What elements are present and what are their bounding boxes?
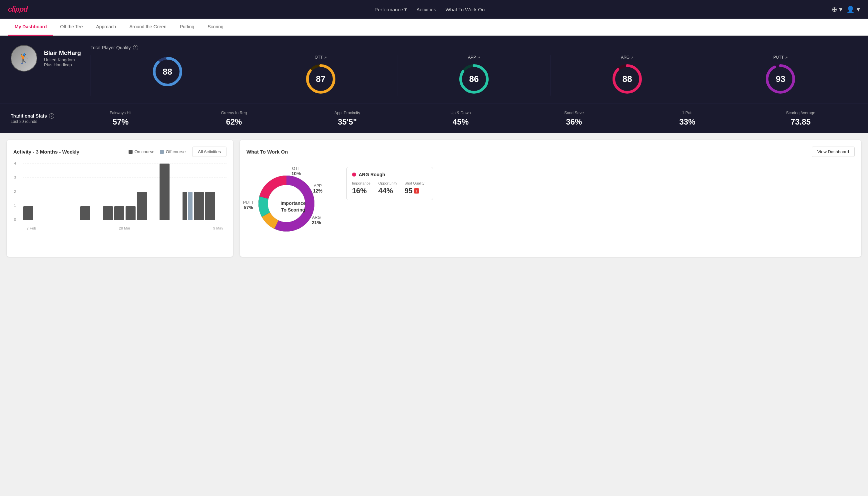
bar-group-16 <box>205 192 215 220</box>
trad-stats-label: Traditional Stats ? Last 20 rounds <box>11 113 64 124</box>
stat-fairways-hit-label: Fairways Hit <box>64 111 177 115</box>
tab-bar: My Dashboard Off the Tee Approach Around… <box>0 19 868 36</box>
tab-putting[interactable]: Putting <box>173 19 201 36</box>
stat-greens-in-reg-label: Greens In Reg <box>177 111 290 115</box>
gauge-circle-total: 88 <box>151 55 184 88</box>
player-info: 🏌️ Blair McHarg United Kingdom Plus Hand… <box>11 45 91 72</box>
stat-app-proximity-value: 35'5" <box>291 117 404 127</box>
help-icon[interactable]: ? <box>133 45 138 50</box>
trad-stats-title: Traditional Stats ? <box>11 113 64 119</box>
trad-stats-help-icon[interactable]: ? <box>49 113 54 119</box>
stat-scoring-average-label: Scoring Average <box>744 111 857 115</box>
gauge-circle-arg: 88 <box>611 62 644 96</box>
info-card-stats: Importance 16% Opportunity 44% Shot Qual… <box>352 181 427 195</box>
stat-one-putt-label: 1 Putt <box>631 111 744 115</box>
bar-group-10 <box>137 192 147 220</box>
gauge-total: 88 <box>91 55 244 96</box>
add-button[interactable]: ⊕ ▾ <box>832 5 843 13</box>
player-country: United Kingdom <box>44 57 81 62</box>
activity-header-right: On course Off course All Activities <box>129 146 226 157</box>
avatar: 🏌️ <box>11 45 37 72</box>
gauge-arg: ARG ↗ 88 <box>551 55 704 96</box>
top-navigation: clippd Performance ▾ Activities What To … <box>0 0 868 19</box>
stat-scoring-average-value: 73.85 <box>744 117 857 127</box>
score-ott: 87 <box>316 74 326 84</box>
shot-quality-label: Shot Quality <box>404 181 427 185</box>
bar-group-8 <box>114 206 124 220</box>
importance-value: 16% <box>352 187 375 195</box>
opportunity-stat: Opportunity 44% <box>378 181 401 195</box>
arg-arrow-icon: ↗ <box>631 56 633 59</box>
stat-fairways-hit: Fairways Hit 57% <box>64 111 177 127</box>
legend-off-course: Off course <box>160 149 186 154</box>
tab-off-the-tee[interactable]: Off the Tee <box>53 19 89 36</box>
bar-offcourse-14 <box>188 192 192 220</box>
nav-performance[interactable]: Performance ▾ <box>374 6 407 12</box>
ott-arrow-icon: ↗ <box>324 56 327 59</box>
bar-oncourse-9 <box>126 206 136 220</box>
importance-label: Importance <box>352 181 375 185</box>
gauge-circle-ott: 87 <box>304 62 337 96</box>
all-activities-button[interactable]: All Activities <box>192 146 226 157</box>
shot-quality-value: 95 ↓ <box>404 187 427 195</box>
importance-stat: Importance 16% <box>352 181 375 195</box>
scores-area: Total Player Quality ? 88 <box>91 45 857 96</box>
putt-arrow-icon: ↗ <box>785 56 788 59</box>
donut-label-app: APP 12% <box>313 184 322 193</box>
stat-up-and-down: Up & Down 45% <box>404 111 517 127</box>
nav-activities[interactable]: Activities <box>416 7 436 12</box>
wtwon-content: Importance To Scoring OTT 10% APP 12% AR… <box>247 164 855 250</box>
activity-chart: 4 3 2 1 0 7 Feb 28 Mar 9 May <box>13 164 226 230</box>
bar-oncourse-8 <box>114 206 124 220</box>
tab-my-dashboard[interactable]: My Dashboard <box>8 19 53 36</box>
player-row: 🏌️ Blair McHarg United Kingdom Plus Hand… <box>11 45 857 96</box>
trad-stats-sublabel: Last 20 rounds <box>11 119 64 124</box>
traditional-stats-row: Traditional Stats ? Last 20 rounds Fairw… <box>0 104 868 133</box>
score-app: 86 <box>469 74 479 84</box>
bar-oncourse-10 <box>137 192 147 220</box>
activity-panel-title: Activity - 3 Months - Weekly <box>13 149 79 155</box>
logo: clippd <box>8 5 28 14</box>
stat-app-proximity-label: App. Proximity <box>291 111 404 115</box>
tpq-label: Total Player Quality ? <box>91 45 857 50</box>
donut-label-ott: OTT 10% <box>291 166 301 176</box>
stat-app-proximity: App. Proximity 35'5" <box>291 111 404 127</box>
stat-greens-in-reg: Greens In Reg 62% <box>177 111 290 127</box>
score-putt: 93 <box>776 74 785 84</box>
stat-up-and-down-label: Up & Down <box>404 111 517 115</box>
bar-group-7 <box>103 206 113 220</box>
chart-bars <box>23 164 226 220</box>
bar-group-9 <box>126 206 136 220</box>
wtwon-title: What To Work On <box>247 149 288 155</box>
stat-greens-in-reg-value: 62% <box>177 117 290 127</box>
score-gauges: 88 OTT ↗ 87 <box>91 55 857 96</box>
activity-panel: Activity - 3 Months - Weekly On course O… <box>7 140 233 257</box>
app-arrow-icon: ↗ <box>477 56 480 59</box>
donut-label-putt: PUTT 57% <box>243 200 253 210</box>
tab-approach[interactable]: Approach <box>89 19 123 36</box>
tab-around-the-green[interactable]: Around the Green <box>123 19 173 36</box>
arg-rough-card: ARG Rough Importance 16% Opportunity 44%… <box>346 167 433 200</box>
opportunity-label: Opportunity <box>378 181 401 185</box>
user-menu-button[interactable]: 👤 ▾ <box>846 5 860 13</box>
gauge-ott: OTT ↗ 87 <box>244 55 397 96</box>
nav-what-to-work-on[interactable]: What To Work On <box>445 7 485 12</box>
view-dashboard-button[interactable]: View Dashboard <box>812 146 855 157</box>
bar-group-5 <box>80 206 90 220</box>
player-name: Blair McHarg <box>44 50 81 57</box>
stat-sand-save-value: 36% <box>517 117 631 127</box>
gauge-circle-putt: 93 <box>764 62 797 96</box>
shot-quality-stat: Shot Quality 95 ↓ <box>404 181 427 195</box>
bar-group-0 <box>23 206 33 220</box>
bar-oncourse-15 <box>194 192 204 220</box>
bar-oncourse-5 <box>80 206 90 220</box>
bar-oncourse-14 <box>183 192 187 220</box>
stat-scoring-average: Scoring Average 73.85 <box>744 111 857 127</box>
gauge-putt: PUTT ↗ 93 <box>704 55 857 96</box>
hero-section: 🏌️ Blair McHarg United Kingdom Plus Hand… <box>0 36 868 104</box>
gauge-app-label: APP ↗ <box>468 55 480 60</box>
chevron-down-icon: ▾ <box>404 6 407 12</box>
tab-scoring[interactable]: Scoring <box>201 19 230 36</box>
bar-group-15 <box>194 192 204 220</box>
info-card-title: ARG Rough <box>352 172 427 177</box>
